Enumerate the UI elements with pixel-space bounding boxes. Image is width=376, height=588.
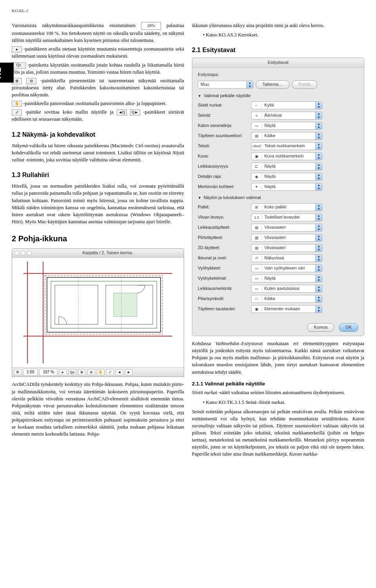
- option-select[interactable]: ⊏Näytä▲▼: [251, 163, 322, 170]
- option-value: Teksti nurkkamerkein: [262, 143, 315, 149]
- em-text: Kuvan: [289, 451, 302, 457]
- option-icon: □: [251, 297, 262, 302]
- delete-button[interactable]: Poista: [292, 80, 317, 89]
- options-icon[interactable]: ⚙: [14, 369, 22, 375]
- select-arrows-icon: ▲▼: [315, 244, 322, 252]
- dropdown-arrow-icon: ▸: [12, 46, 22, 52]
- fit-window-icon: ⤢: [12, 109, 22, 116]
- option-select[interactable]: ▨Viivarasteri▲▼: [251, 224, 322, 232]
- body-para: Kohdassa Vaihtoehdot–Esitystavat muokata…: [192, 340, 364, 376]
- heading-1-3: 1.3 Rullahiiri: [12, 170, 184, 179]
- option-select[interactable]: ⌐Kyllä▲▼: [251, 101, 322, 109]
- option-row: Katon saranalinja:▭Näytä▲▼: [198, 122, 358, 130]
- zoom-readout[interactable]: 107 %: [39, 369, 57, 376]
- option-icon: ▭: [251, 286, 262, 291]
- option-label: Teksti:: [198, 143, 249, 149]
- zoom-slider-icon: Q±: [12, 62, 26, 69]
- body-para: ▸ -painikkeen avulla otetaan käyttöön mu…: [12, 45, 184, 60]
- svg-rect-11: [45, 275, 163, 334]
- option-icon: ▨: [251, 225, 262, 230]
- option-icon: ▨: [251, 235, 262, 241]
- option-label: Seinät:: [198, 112, 249, 119]
- body-para: ikkunan yläreunassa näkyy aina projektin…: [192, 22, 364, 29]
- option-icon: ⌐: [251, 103, 262, 108]
- select-arrows-icon: ▲▼: [315, 152, 322, 160]
- pan-hand-icon: ✋: [12, 101, 22, 107]
- option-select[interactable]: 1.2Todelliset leveydet▲▼: [251, 213, 322, 221]
- disclosure-screen-only[interactable]: ▼ Valinnat pelkälle näytölle: [198, 93, 358, 99]
- heading-2: 2 Pohja-ikkuna: [12, 233, 184, 244]
- option-label: Detaljin raja:: [198, 174, 249, 180]
- option-select[interactable]: ▭Kuten asetuksissa▲▼: [251, 285, 322, 293]
- option-select[interactable]: ▭Vain vyöhykkeen väri▲▼: [251, 264, 322, 272]
- window-titlebar: Karjatila / 2. Toinen kerros: [12, 249, 184, 258]
- em-text: Täytteen suuntavektori: [276, 423, 322, 429]
- option-select[interactable]: ▭Näytä▲▼: [251, 122, 322, 130]
- prev-view-icon[interactable]: ◄: [116, 369, 123, 375]
- option-select[interactable]: ✦Näytä▲▼: [251, 183, 322, 191]
- body-para: Näkymä-valikolla tai hiiren oikeasta pai…: [12, 142, 184, 163]
- select-arrows-icon: ▲▼: [315, 183, 322, 191]
- text-fragment: -painikkeilla pienennetään tai suurennet…: [12, 78, 184, 98]
- select-arrows-icon: ▲▼: [315, 203, 322, 211]
- heading-2-1-1: 2.1.1 Valinnat pelkälle näytölle: [192, 380, 364, 388]
- option-icon: ✦: [251, 185, 262, 190]
- save-button[interactable]: Tallenna…: [256, 80, 289, 89]
- option-label: Pilarisymbolit:: [198, 296, 249, 302]
- next-view-icon[interactable]: ►: [125, 369, 133, 375]
- option-select[interactable]: ▨Viivarasteri▲▼: [251, 234, 322, 242]
- dropdown-icon[interactable]: ▸: [59, 369, 67, 375]
- zoom-percent-readout: 28%: [141, 22, 161, 30]
- option-label: Leikkaustäytteet:: [198, 224, 249, 231]
- select-value: Muu: [198, 81, 246, 88]
- option-row: Viivan leveys:1.2Todelliset leveydet▲▼: [198, 213, 358, 221]
- preset-select[interactable]: Muu ▲▼: [198, 81, 253, 89]
- option-value: Näytä: [262, 184, 315, 190]
- disclosure-screen-print[interactable]: ▼ Näytön ja tulostuksen valinnat: [198, 195, 358, 201]
- option-select[interactable]: ⊓Näkyvissä▲▼: [251, 254, 322, 262]
- body-para: ⤢ -painike sovittaa koko mallin näytölle…: [12, 109, 184, 123]
- fit-icon[interactable]: ⤢: [106, 369, 114, 375]
- zoom-slider-icon[interactable]: Q±: [69, 369, 76, 375]
- select-arrows-icon: ▲▼: [246, 81, 253, 89]
- option-select[interactable]: ▣Elementin mukaan▲▼: [251, 305, 322, 313]
- option-row: Piirtotäytteet:▨Viivarasteri▲▼: [198, 234, 358, 242]
- option-label: Piirtotäytteet:: [198, 235, 249, 241]
- option-icon: ▣: [251, 307, 262, 312]
- option-select[interactable]: ▨Kätke▲▼: [251, 132, 322, 140]
- zoom-window-icon[interactable]: [27, 251, 32, 255]
- option-label: Ikkunat ja ovet:: [198, 255, 249, 261]
- zoom-in-icon[interactable]: ⊕: [78, 369, 86, 375]
- cancel-button[interactable]: Kumoa: [307, 323, 334, 332]
- text-fragment: -säätö vaikuttaa seinien liitosten autom…: [217, 390, 345, 395]
- option-icon: ◉: [251, 174, 262, 179]
- option-select[interactable]: AbcdTeksti nurkkamerkein▲▼: [251, 142, 322, 150]
- pan-hand-icon[interactable]: ✋: [97, 369, 105, 375]
- window-statusbar: ⚙ 1:50 107 % ▸ Q± ⊕ ⊖ ✋ ⤢ ◄ ►: [12, 367, 184, 377]
- option-select[interactable]: ≡Ääriviivat▲▼: [251, 112, 322, 119]
- em-text: Vaihtoehdot–Esitystavat: [215, 341, 263, 346]
- option-icon: ⊏: [251, 164, 262, 169]
- option-select[interactable]: ▨Viivarasteri▲▼: [251, 244, 322, 252]
- em-text: Näkymä: [12, 143, 28, 148]
- option-value: Näkyvissä: [262, 255, 315, 261]
- option-select[interactable]: ⊞Koko palkki▲▼: [251, 203, 322, 211]
- minimize-window-icon[interactable]: [21, 251, 25, 255]
- option-select[interactable]: □Kätke▲▼: [251, 295, 322, 303]
- zoom-out-icon[interactable]: ⊖: [87, 369, 95, 375]
- ok-button[interactable]: OK: [339, 323, 358, 332]
- scale-readout[interactable]: 1:50: [23, 369, 38, 376]
- option-icon: ▨: [251, 246, 262, 251]
- option-row: Leikkausmerkintä:▭Kuten asetuksissa▲▼: [198, 285, 358, 293]
- option-row: Seinät:≡Ääriviivat▲▼: [198, 112, 358, 119]
- floorplan-canvas[interactable]: [12, 258, 184, 367]
- option-select[interactable]: ▣Kuva nurkkamerkein▲▼: [251, 152, 322, 160]
- option-value: Viivarasteri: [262, 235, 315, 241]
- em-text: Siistit nurkat: [192, 390, 217, 395]
- option-select[interactable]: ▭Näytä▲▼: [251, 275, 322, 282]
- option-select[interactable]: ◉Näytä▲▼: [251, 173, 322, 181]
- close-window-icon[interactable]: [14, 251, 19, 255]
- option-label: 2D-täytteet:: [198, 245, 249, 251]
- text-fragment: -painikkeella panoroidaan osoittamalla p…: [23, 101, 166, 106]
- em-text: Teksti: [210, 430, 221, 436]
